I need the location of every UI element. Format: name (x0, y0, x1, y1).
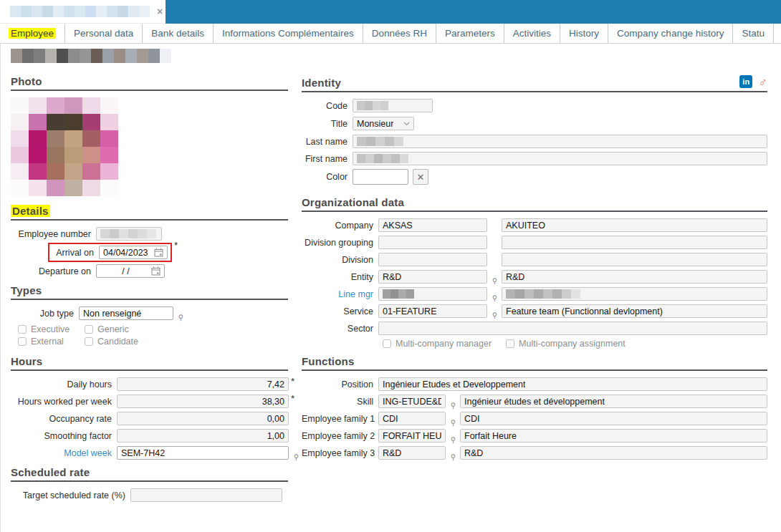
tab-bank-details[interactable]: Bank details (143, 24, 214, 43)
lookup-icon[interactable]: ⚲ (449, 453, 458, 461)
scheduled-rate-section-title: Scheduled rate (11, 466, 90, 478)
tab-history[interactable]: History (560, 24, 608, 43)
types-section-title: Types (11, 284, 42, 296)
linkedin-icon[interactable]: in (739, 75, 752, 88)
checkbox-generic[interactable]: Generic (85, 324, 129, 334)
entity-row: Entity R&D ⚲ R&D (302, 270, 767, 284)
close-icon[interactable]: × (157, 6, 163, 16)
employee-family-3-label: Employee family 3 (302, 448, 373, 458)
division-code-field[interactable] (378, 253, 487, 266)
tab-employee[interactable]: Employee (0, 24, 65, 43)
lookup-icon[interactable]: ⚲ (490, 294, 499, 302)
tab-informations-complementaires[interactable]: Informations Complémentaires (214, 24, 363, 43)
first-name-label: First name (302, 154, 348, 164)
company-code-field[interactable]: AKSAS (378, 218, 487, 232)
service-desc-field[interactable]: Feature team (Functionnal devlopment) (502, 304, 767, 318)
section-rule (302, 211, 767, 212)
lookup-icon[interactable]: ⚲ (449, 436, 458, 444)
checkbox-executive[interactable]: Executive (18, 324, 85, 334)
first-name-field[interactable] (353, 152, 767, 165)
checkbox-multi-company-manager[interactable]: Multi-company manager (383, 339, 492, 349)
employee-number-label: Employee number (11, 229, 91, 239)
division-grouping-desc-field[interactable] (502, 236, 767, 249)
smoothing-factor-field[interactable]: 1,00 (117, 429, 289, 442)
skill-code-field[interactable]: ING-ETUDE&DVT (378, 395, 446, 408)
entity-desc-field[interactable]: R&D (502, 270, 767, 284)
record-tab-bar: Employee Personal data Bank details Info… (0, 24, 781, 44)
service-code-field[interactable]: 01-FEATURE (378, 304, 487, 318)
chevron-down-icon (403, 122, 410, 126)
color-field[interactable] (353, 169, 408, 185)
lookup-icon[interactable]: ⚲ (449, 402, 458, 410)
employee-family-2-desc-field[interactable]: Forfait Heure (460, 429, 767, 442)
target-scheduled-rate-field[interactable] (130, 488, 282, 502)
checkbox-box (85, 325, 93, 334)
checkbox-multi-company-assignment[interactable]: Multi-company assignment (506, 339, 626, 349)
division-desc-field[interactable] (502, 253, 767, 266)
identity-section-title: Identity (302, 77, 341, 89)
weekly-hours-field[interactable]: 38,30 (117, 395, 289, 408)
line-manager-code-field[interactable] (378, 287, 487, 301)
last-name-field[interactable] (353, 135, 767, 148)
title-select[interactable]: Monsieur (353, 117, 414, 130)
employee-family-1-row: Employee family 1 CDI ⚲ CDI (302, 412, 767, 425)
job-type-field[interactable]: Non renseigné (79, 306, 173, 320)
job-type-label: Job type (11, 309, 74, 319)
line-manager-row: Line mgr ⚲ (302, 287, 767, 301)
model-week-link-label[interactable]: Model week (11, 448, 112, 458)
model-week-field[interactable]: SEM-7H42 (117, 446, 289, 460)
identity-section: Identity in ♂ Code Title Mons (302, 75, 767, 185)
tab-parameters[interactable]: Parameters (436, 24, 504, 43)
checkbox-candidate[interactable]: Candidate (85, 337, 138, 347)
tab-status[interactable]: Statu (733, 24, 774, 43)
departure-row: Departure on / / (11, 264, 288, 278)
division-grouping-row: Division grouping (302, 236, 767, 249)
daily-hours-field[interactable]: 7,42 (117, 377, 289, 391)
tab-personal-data[interactable]: Personal data (65, 24, 143, 43)
line-manager-desc-field[interactable] (502, 287, 767, 301)
tab-company-change-history[interactable]: Company change history (608, 24, 733, 43)
target-scheduled-rate-label: Target scheduled rate (%) (11, 490, 125, 500)
employee-number-field[interactable] (96, 227, 162, 241)
skill-desc-field[interactable]: Ingénieur études et développement (460, 395, 767, 408)
arrival-date-field[interactable]: 04/04/2023 (99, 246, 168, 259)
service-row: Service 01-FEATURE ⚲ Feature team (Funct… (302, 304, 767, 318)
calendar-icon[interactable] (151, 266, 160, 276)
checkbox-external[interactable]: External (18, 337, 85, 347)
window-tab[interactable]: × (0, 0, 166, 24)
employee-photo[interactable] (11, 97, 118, 196)
lookup-icon[interactable]: ⚲ (176, 314, 186, 321)
line-manager-link-label[interactable]: Line mgr (302, 289, 373, 299)
entity-code-field[interactable]: R&D (378, 270, 487, 284)
weekly-hours-row: Hours worked per week 38,30 * (11, 395, 288, 408)
lookup-icon[interactable]: ⚲ (490, 311, 499, 319)
employee-family-2-code-field[interactable]: FORFAIT HEURE (378, 429, 446, 442)
lookup-icon[interactable]: ⚲ (292, 453, 301, 461)
departure-date-field[interactable]: / / (96, 264, 165, 278)
section-rule (11, 480, 288, 482)
code-row: Code (302, 99, 767, 112)
employee-family-1-desc-field[interactable]: CDI (460, 412, 767, 425)
occupancy-rate-field[interactable]: 0,00 (117, 412, 289, 425)
code-field[interactable] (353, 99, 433, 112)
calendar-icon[interactable] (154, 248, 163, 257)
division-grouping-code-field[interactable] (378, 236, 487, 249)
company-desc-field[interactable]: AKUITEO (502, 218, 767, 232)
required-marker: * (291, 376, 294, 387)
employee-family-3-desc-field[interactable]: R&D (460, 446, 767, 460)
section-rule (302, 369, 767, 371)
type-checkbox-row: Executive Generic (11, 324, 288, 334)
position-field[interactable]: Ingénieur Etudes et Developpement (378, 377, 767, 391)
employee-family-1-code-field[interactable]: CDI (378, 412, 446, 425)
first-name-row: First name (302, 152, 767, 165)
sector-field[interactable] (378, 321, 767, 335)
required-marker: * (174, 240, 178, 251)
tab-activities[interactable]: Activities (504, 24, 560, 43)
clear-color-button[interactable]: ✕ (413, 169, 428, 185)
company-label: Company (302, 221, 373, 231)
org-checkbox-row: Multi-company manager Multi-company assi… (383, 339, 767, 349)
tab-donnees-rh[interactable]: Données RH (363, 24, 436, 43)
employee-family-3-code-field[interactable]: R&D (378, 446, 446, 460)
lookup-icon[interactable]: ⚲ (449, 419, 458, 427)
lookup-icon[interactable]: ⚲ (490, 277, 499, 285)
